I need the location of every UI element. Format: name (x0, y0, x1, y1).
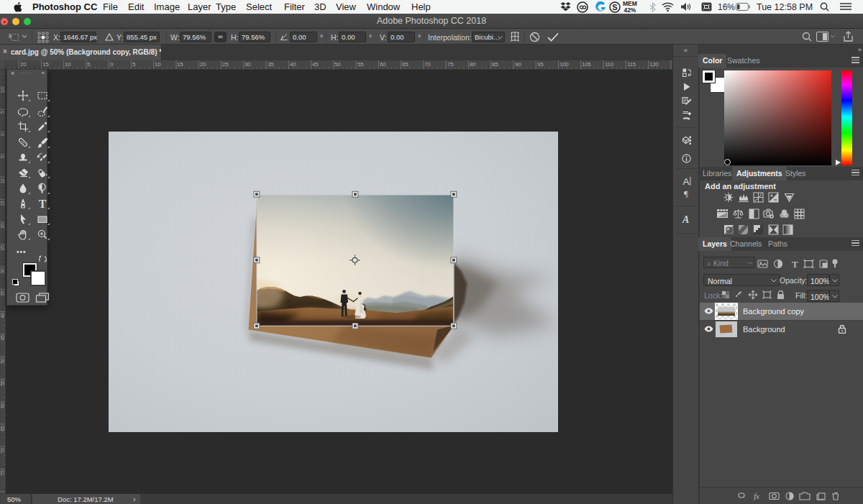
svg-text:A: A (682, 214, 689, 224)
svg-text:S: S (612, 3, 617, 12)
svg-text:T: T (792, 259, 798, 269)
svg-text:A: A (683, 176, 690, 185)
svg-text:fx: fx (754, 492, 759, 500)
svg-text:T: T (39, 198, 47, 209)
svg-text:¶: ¶ (684, 188, 688, 198)
